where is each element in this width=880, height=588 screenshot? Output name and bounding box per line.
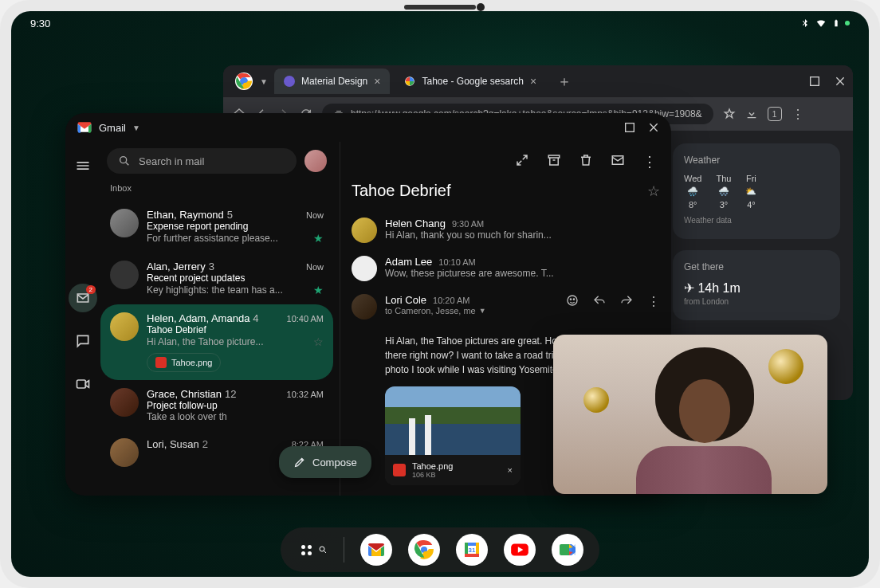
weather-card[interactable]: Weather Wed 🌧️ 8° Thu 🌨️ 3° bbox=[673, 143, 840, 239]
chevron-down-icon: ▼ bbox=[479, 307, 486, 315]
more-icon[interactable]: ⋮ bbox=[642, 153, 657, 171]
close-icon[interactable] bbox=[834, 75, 847, 88]
browser-tab-material[interactable]: Material Design × bbox=[274, 69, 391, 94]
thread-actions: ⋮ bbox=[352, 150, 660, 182]
star-icon[interactable]: ☆ bbox=[647, 182, 660, 200]
mail-icon[interactable]: 2 bbox=[69, 284, 97, 312]
picture-in-picture[interactable] bbox=[553, 335, 827, 494]
email-item-selected[interactable]: Helen, Adam, Amanda4 10:40 AM Tahoe Debr… bbox=[100, 304, 333, 380]
search-placeholder: Search in mail bbox=[139, 155, 204, 167]
weather-footer: Weather data bbox=[684, 216, 829, 225]
delete-icon[interactable] bbox=[579, 153, 593, 171]
tab-favicon-icon bbox=[404, 76, 415, 87]
taskbar-gmail[interactable] bbox=[360, 534, 392, 566]
more-icon[interactable]: ⋮ bbox=[647, 294, 660, 309]
close-icon[interactable]: × bbox=[530, 75, 536, 88]
getthere-card[interactable]: Get there ✈ 14h 1m from London bbox=[673, 250, 840, 320]
menu-icon[interactable] bbox=[69, 151, 97, 180]
star-icon[interactable] bbox=[723, 108, 736, 120]
email-item[interactable]: Alan, Jerrery3 Now Recent project update… bbox=[100, 253, 333, 304]
meet-icon[interactable] bbox=[69, 370, 97, 398]
taskbar-calendar[interactable]: 31 bbox=[456, 534, 488, 566]
attachment-thumbnail bbox=[385, 386, 521, 455]
close-icon[interactable]: × bbox=[508, 465, 513, 475]
maximize-icon[interactable] bbox=[623, 121, 636, 134]
chat-icon[interactable] bbox=[69, 327, 97, 355]
compose-button[interactable]: Compose bbox=[279, 446, 371, 478]
chevron-down-icon[interactable]: ▼ bbox=[260, 77, 268, 86]
weather-icon: ⛅ bbox=[745, 186, 756, 197]
svg-point-10 bbox=[568, 296, 577, 305]
reply-icon[interactable] bbox=[593, 294, 606, 309]
gmail-rail: 2 bbox=[65, 142, 100, 496]
forward-icon[interactable] bbox=[620, 294, 633, 309]
weather-day-label: Thu bbox=[716, 174, 731, 183]
account-avatar[interactable] bbox=[304, 150, 327, 172]
email-preview: Take a look over th bbox=[147, 411, 324, 422]
avatar bbox=[110, 388, 139, 417]
mail-badge: 2 bbox=[86, 285, 96, 294]
email-item[interactable]: Grace, Christian12 10:32 AM Project foll… bbox=[100, 380, 333, 430]
taskbar-youtube[interactable] bbox=[504, 534, 536, 566]
tablet-camera bbox=[477, 3, 485, 11]
email-time: 10:40 AM bbox=[287, 314, 324, 323]
attachment-name: Tahoe.png bbox=[171, 358, 212, 367]
emoji-icon[interactable] bbox=[566, 294, 579, 309]
close-icon[interactable]: × bbox=[374, 75, 380, 88]
image-icon bbox=[155, 357, 167, 368]
svg-point-7 bbox=[120, 157, 127, 163]
star-icon[interactable]: ☆ bbox=[313, 335, 324, 348]
archive-icon[interactable] bbox=[547, 153, 561, 171]
mark-unread-icon[interactable] bbox=[611, 153, 625, 171]
attachment-chip[interactable]: Tahoe.png bbox=[147, 353, 221, 372]
message-collapsed[interactable]: Helen Chang9:30 AM Hi Alan, thank you so… bbox=[352, 211, 660, 249]
chrome-logo-icon[interactable] bbox=[230, 72, 258, 91]
email-sender: Lori, Susan bbox=[147, 438, 199, 450]
avatar bbox=[110, 261, 139, 289]
chevron-down-icon[interactable]: ▼ bbox=[132, 123, 140, 132]
taskbar-meet[interactable] bbox=[552, 534, 583, 566]
browser-tab-tahoe[interactable]: Tahoe - Google sesarch × bbox=[395, 69, 546, 94]
email-time: 10:32 AM bbox=[287, 390, 324, 399]
bluetooth-icon bbox=[800, 18, 810, 29]
attachment-size: 106 KB bbox=[412, 471, 453, 479]
weather-day-wed: Wed 🌧️ 8° bbox=[684, 174, 701, 210]
svg-rect-3 bbox=[811, 77, 819, 86]
getthere-title: Get there bbox=[684, 261, 829, 272]
search-input[interactable]: Search in mail bbox=[107, 148, 297, 174]
email-count: 4 bbox=[253, 312, 258, 324]
chrome-window-controls bbox=[808, 75, 847, 88]
email-item[interactable]: Ethan, Raymond5 Now Expense report pendi… bbox=[100, 201, 333, 253]
email-sender: Grace, Christian bbox=[147, 388, 222, 400]
close-icon[interactable] bbox=[647, 121, 660, 134]
weather-temp: 4° bbox=[747, 200, 756, 210]
status-dot bbox=[845, 21, 850, 25]
new-tab-button[interactable]: ＋ bbox=[551, 72, 578, 91]
star-icon[interactable]: ★ bbox=[313, 232, 324, 245]
all-apps-button[interactable] bbox=[297, 540, 328, 560]
more-icon[interactable]: ⋮ bbox=[792, 107, 804, 122]
avatar bbox=[110, 209, 139, 237]
taskbar: 31 bbox=[281, 527, 599, 572]
email-subject: Project follow-up bbox=[147, 400, 324, 411]
message-collapsed[interactable]: Adam Lee10:10 AM Wow, these picturese ar… bbox=[352, 249, 660, 288]
taskbar-chrome[interactable] bbox=[408, 534, 440, 566]
thread-header: Tahoe Debrief ☆ bbox=[352, 182, 660, 211]
tabs-count-icon[interactable]: 1 bbox=[768, 107, 782, 121]
download-icon[interactable] bbox=[745, 108, 758, 120]
tablet-frame: 9:30 ▼ bbox=[0, 0, 880, 588]
msg-recipients[interactable]: to Cameron, Jesse, me▼ bbox=[385, 306, 486, 316]
star-icon[interactable]: ★ bbox=[313, 284, 324, 296]
maximize-icon[interactable] bbox=[808, 75, 821, 88]
avatar bbox=[352, 294, 377, 319]
expand-icon[interactable] bbox=[515, 153, 529, 171]
email-list: Search in mail Inbox Ethan, Raymond5 Now bbox=[100, 142, 340, 496]
msg-time: 10:10 AM bbox=[438, 257, 475, 267]
weather-day-label: Wed bbox=[684, 174, 701, 183]
svg-point-13 bbox=[320, 547, 324, 551]
attachment-preview[interactable]: Tahoe.png 106 KB × bbox=[385, 386, 521, 485]
battery-icon bbox=[832, 18, 840, 29]
avatar bbox=[352, 256, 377, 281]
getthere-duration: 14h 1m bbox=[697, 281, 740, 295]
email-preview: Hi Alan, the Tahoe picture... bbox=[147, 336, 308, 347]
